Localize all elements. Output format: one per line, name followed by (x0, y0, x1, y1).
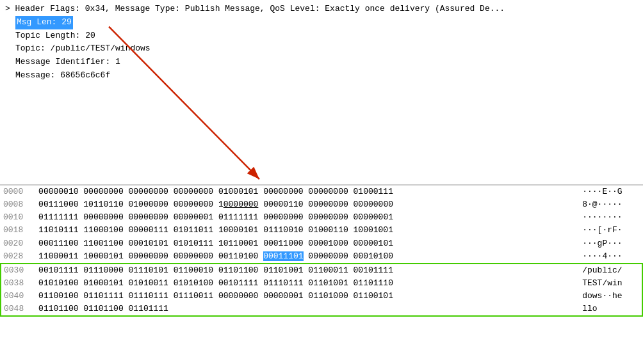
hex-ascii: /public/ (580, 264, 642, 277)
topic-line: Topic: /public/TEST/windows (5, 42, 638, 56)
message-text: Message: 68656c6c6f (15, 70, 110, 80)
hex-addr: 0028 (1, 250, 36, 264)
hex-bytes: 00011100 11001100 00010101 01010111 1011… (36, 237, 580, 250)
hex-bytes: 01101100 01101100 01101111 (36, 303, 580, 316)
table-row: 0040 01100100 01101111 01110111 01110011… (1, 290, 642, 303)
hex-dump-panel: 0000 00000010 00000000 00000000 00000000… (0, 186, 643, 317)
table-row: 0020 00011100 11001100 00010101 01010111… (1, 237, 642, 250)
message-line: Message: 68656c6c6f (5, 69, 638, 83)
hex-bytes: 01100100 01101111 01110111 01110011 0000… (36, 290, 580, 303)
hex-bytes: 00101111 01110000 01110101 01100010 0110… (36, 264, 580, 277)
highlighted-byte: 00011101 (263, 251, 303, 261)
table-row: 0028 11000011 10000101 00000000 00000000… (1, 250, 642, 264)
table-row: 0030 00101111 01110000 01110101 01100010… (1, 264, 642, 277)
table-row: 0010 01111111 00000000 00000000 00000001… (1, 211, 642, 224)
hex-ascii: llo (580, 303, 642, 316)
hex-addr: 0018 (1, 224, 36, 237)
hex-ascii: dows··he (580, 290, 642, 303)
msg-len-line-wrapper: Msg Len: 29 (5, 16, 638, 29)
hex-bytes: 11010111 11000100 00000111 01011011 1000… (36, 224, 580, 237)
hex-addr: 0040 (1, 290, 36, 303)
topic-text: Topic: /public/TEST/windows (15, 44, 151, 53)
hex-ascii: 8·@····· (580, 198, 642, 211)
msg-len-label: Msg Len: 29 (15, 16, 73, 29)
hex-ascii: ···[·rF· (580, 224, 642, 237)
hex-addr: 0008 (1, 198, 36, 211)
hex-ascii: ········ (580, 211, 642, 224)
hex-addr: 0048 (1, 303, 36, 316)
table-row: 0018 11010111 11000100 00000111 01011011… (1, 224, 642, 237)
hex-bytes: 00000010 00000000 00000000 00000000 0100… (36, 186, 580, 198)
hex-bytes: 01010100 01000101 01010011 01010100 0010… (36, 277, 580, 290)
hex-addr: 0038 (1, 277, 36, 290)
header-flags-text: > Header Flags: 0x34, Message Type: Publ… (5, 4, 505, 13)
hex-ascii: ···gP··· (580, 237, 642, 250)
topic-length-text: Topic Length: 20 (15, 31, 95, 40)
message-identifier-line: Message Identifier: 1 (5, 56, 638, 69)
topic-length-line: Topic Length: 20 (5, 29, 638, 43)
table-row: 0038 01010100 01000101 01010011 01010100… (1, 277, 642, 290)
hex-bytes: 01111111 00000000 00000000 00000001 0111… (36, 211, 580, 224)
table-row: 0048 01101100 01101100 01101111 llo (1, 303, 642, 316)
hex-ascii: ····4··· (580, 250, 642, 264)
hex-ascii: TEST/win (580, 277, 642, 290)
table-row: 0000 00000010 00000000 00000000 00000000… (1, 186, 642, 198)
hex-ascii: ····E··G (580, 186, 642, 198)
hex-bytes: 00111000 10110110 01000000 00000000 1000… (36, 198, 580, 211)
hex-addr: 0020 (1, 237, 36, 250)
message-identifier-text: Message Identifier: 1 (15, 57, 120, 67)
hex-addr: 0000 (1, 186, 36, 198)
hex-bytes: 11000011 10000101 00000000 00000000 0011… (36, 250, 580, 264)
hex-addr: 0010 (1, 211, 36, 224)
hex-table: 0000 00000010 00000000 00000000 00000000… (0, 186, 643, 317)
hex-addr: 0030 (1, 264, 36, 277)
table-row: 0008 00111000 10110110 01000000 00000000… (1, 198, 642, 211)
header-flags-line: > Header Flags: 0x34, Message Type: Publ… (5, 3, 638, 16)
